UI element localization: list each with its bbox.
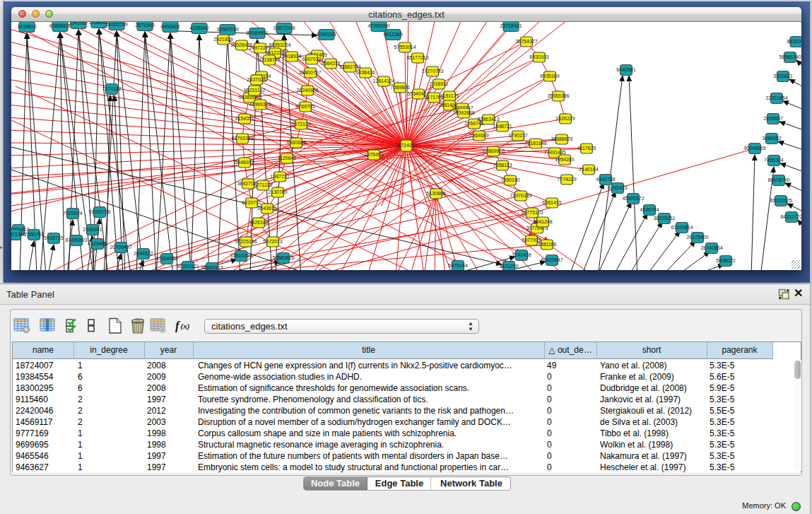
svg-text:12614124: 12614124: [372, 78, 394, 83]
svg-text:35556386: 35556386: [547, 93, 569, 98]
svg-text:28740864: 28740864: [700, 245, 722, 250]
svg-text:98231132: 98231132: [244, 88, 266, 93]
svg-text:3154051: 3154051: [235, 116, 254, 121]
svg-text:63100814: 63100814: [671, 225, 693, 230]
svg-text:57553014: 57553014: [394, 45, 416, 49]
svg-text:3684052: 3684052: [762, 136, 781, 141]
svg-text:87490893: 87490893: [65, 238, 87, 243]
svg-text:6438436: 6438436: [355, 70, 375, 75]
svg-text:5672073: 5672073: [263, 239, 282, 244]
svg-text:2571945: 2571945: [135, 23, 154, 28]
svg-text:6271130: 6271130: [254, 182, 273, 187]
svg-text:4842788: 4842788: [596, 177, 615, 182]
svg-text:17270733: 17270733: [421, 69, 443, 74]
svg-text:4860684: 4860684: [286, 140, 305, 145]
svg-text:38538251: 38538251: [653, 216, 675, 221]
svg-text:8930103: 8930103: [529, 54, 548, 59]
svg-text:2437026: 2437026: [247, 77, 266, 82]
svg-text:2839607: 2839607: [763, 116, 782, 121]
svg-text:83863413: 83863413: [477, 117, 499, 122]
svg-text:2564689: 2564689: [469, 133, 488, 138]
svg-text:7350753: 7350753: [24, 232, 43, 237]
svg-text:5479144: 5479144: [448, 263, 467, 268]
svg-text:58586340: 58586340: [779, 54, 801, 59]
svg-text:44999379: 44999379: [249, 102, 271, 107]
svg-text:5918715: 5918715: [44, 235, 63, 240]
svg-text:5446912: 5446912: [235, 160, 254, 165]
svg-text:6672134: 6672134: [291, 122, 310, 127]
svg-text:39587039: 39587039: [216, 27, 238, 32]
svg-text:7455324: 7455324: [764, 158, 783, 163]
svg-text:4117625: 4117625: [577, 146, 596, 151]
svg-text:18724007: 18724007: [395, 143, 417, 148]
svg-text:23718431: 23718431: [500, 23, 522, 28]
svg-text:1954280: 1954280: [555, 157, 574, 162]
svg-text:89978790: 89978790: [767, 177, 789, 182]
svg-text:88320463: 88320463: [787, 39, 801, 44]
svg-text:77491435: 77491435: [543, 150, 565, 155]
svg-text:3741438: 3741438: [512, 252, 531, 257]
svg-text:66775103: 66775103: [521, 210, 543, 215]
svg-text:14265799: 14265799: [105, 22, 127, 27]
svg-text:97225156: 97225156: [235, 239, 257, 244]
svg-text:75181648: 75181648: [524, 141, 546, 146]
svg-text:6229731: 6229731: [242, 200, 261, 205]
svg-text:6007072: 6007072: [302, 57, 321, 62]
svg-text:60929647: 60929647: [541, 257, 563, 262]
svg-text:2016911: 2016911: [430, 81, 449, 86]
svg-text:6292423: 6292423: [608, 185, 627, 190]
svg-text:3564217: 3564217: [321, 61, 340, 66]
svg-text:7022674: 7022674: [63, 211, 82, 216]
svg-text:72092888: 72092888: [452, 110, 474, 115]
svg-text:2264748: 2264748: [464, 121, 483, 126]
svg-text:8090293: 8090293: [317, 32, 336, 37]
svg-text:(x): (x): [181, 322, 190, 331]
svg-text:1848731: 1848731: [493, 124, 512, 129]
svg-text:2626229: 2626229: [555, 116, 575, 121]
svg-text:2921859: 2921859: [213, 37, 233, 42]
svg-text:3871230: 3871230: [499, 264, 518, 269]
svg-text:4539704: 4539704: [640, 207, 659, 212]
svg-text:20709497: 20709497: [110, 245, 131, 250]
svg-text:90048665: 90048665: [743, 146, 765, 151]
svg-text:2694522: 2694522: [134, 251, 153, 256]
svg-text:4823498: 4823498: [88, 241, 107, 246]
svg-text:10872248: 10872248: [273, 25, 295, 30]
svg-text:7358113: 7358113: [493, 163, 512, 168]
svg-text:42138745: 42138745: [258, 57, 280, 62]
svg-text:95320121: 95320121: [177, 264, 199, 269]
svg-text:7374122: 7374122: [102, 86, 121, 91]
svg-text:47295260: 47295260: [367, 23, 389, 28]
svg-text:6261415: 6261415: [542, 200, 561, 205]
svg-text:2140194: 2140194: [579, 167, 598, 172]
svg-text:1419610: 1419610: [17, 24, 36, 29]
svg-text:95899313: 95899313: [201, 265, 223, 270]
svg-text:81016525: 81016525: [770, 198, 792, 203]
svg-text:6440561: 6440561: [616, 67, 635, 72]
svg-text:45935572: 45935572: [622, 196, 644, 201]
svg-text:9626108: 9626108: [249, 220, 268, 225]
svg-text:29175900: 29175900: [686, 235, 708, 240]
svg-text:2166941: 2166941: [83, 227, 102, 232]
svg-text:1841248: 1841248: [533, 219, 552, 224]
svg-text:1981186: 1981186: [538, 242, 557, 247]
svg-text:3341057: 3341057: [69, 22, 88, 25]
svg-text:47308985: 47308985: [155, 256, 177, 261]
svg-text:7089806: 7089806: [390, 85, 409, 90]
svg-text:5418934: 5418934: [282, 54, 301, 59]
svg-text:31831063: 31831063: [230, 253, 252, 258]
svg-text:1987737: 1987737: [270, 174, 289, 179]
svg-text:68353204: 68353204: [269, 42, 290, 47]
svg-text:5130808: 5130808: [426, 191, 445, 196]
svg-text:7774229: 7774229: [557, 177, 576, 182]
svg-text:4903402: 4903402: [160, 24, 180, 29]
svg-text:3790237: 3790237: [508, 133, 527, 138]
svg-text:4191175: 4191175: [440, 93, 459, 98]
svg-text:71070189: 71070189: [510, 193, 531, 198]
svg-text:84252722: 84252722: [780, 214, 801, 219]
svg-text:3320821: 3320821: [773, 74, 792, 78]
svg-text:38688676: 38688676: [551, 136, 572, 141]
svg-text:4335942: 4335942: [189, 25, 208, 30]
svg-text:6543670: 6543670: [257, 206, 276, 211]
svg-text:4769795: 4769795: [295, 104, 314, 109]
